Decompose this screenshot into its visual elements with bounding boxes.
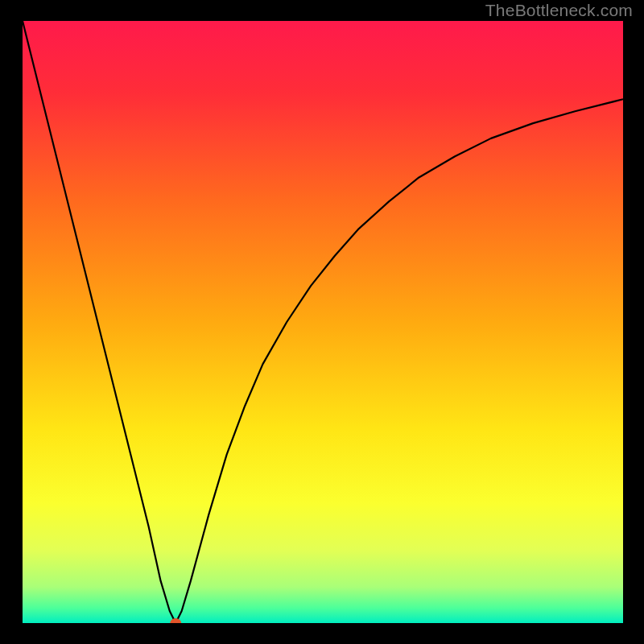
watermark-text: TheBottleneck.com (485, 1, 633, 20)
plot-area (23, 21, 623, 623)
chart-background (23, 21, 623, 623)
chart-svg (23, 21, 623, 623)
chart-frame: TheBottleneck.com (0, 0, 644, 644)
